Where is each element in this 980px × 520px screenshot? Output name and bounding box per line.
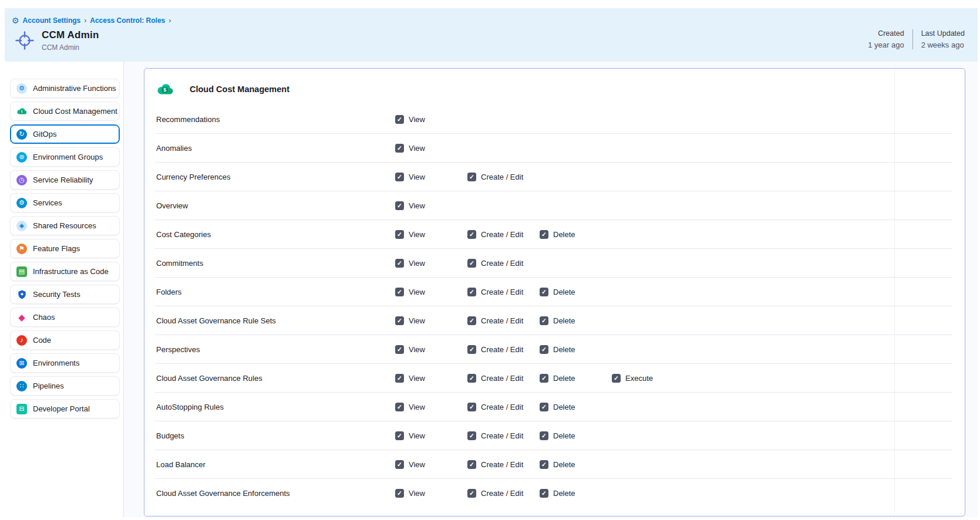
sidebar-item-code[interactable]: ♪Code xyxy=(10,330,120,350)
sidebar-item-label: Code xyxy=(33,336,51,345)
sidebar-item-service-reliability[interactable]: ◷Service Reliability xyxy=(10,170,120,190)
checkbox-view-checked[interactable]: ✓ xyxy=(395,374,404,383)
checkbox-view-checked[interactable]: ✓ xyxy=(395,489,404,498)
sidebar-item-security-tests[interactable]: Security Tests xyxy=(10,285,120,304)
checkbox-create-edit-checked[interactable]: ✓ xyxy=(467,431,476,440)
checkbox-view-checked[interactable]: ✓ xyxy=(395,115,404,124)
sidebar-item-services[interactable]: ⚙Services xyxy=(10,193,120,212)
checkbox-delete-checked[interactable]: ✓ xyxy=(540,460,548,469)
checkbox-delete-checked[interactable]: ✓ xyxy=(540,489,548,498)
svg-text:$: $ xyxy=(163,87,166,93)
checkbox-create-edit-checked[interactable]: ✓ xyxy=(467,345,476,354)
checkbox-create-edit-checked[interactable]: ✓ xyxy=(467,460,476,469)
permission-row: Commitments✓View✓Create / Edit xyxy=(144,249,965,277)
sidebar-item-label: GitOps xyxy=(33,130,56,139)
permission-row: Folders✓View✓Create / Edit✓Delete xyxy=(144,278,965,306)
checkbox-view-checked[interactable]: ✓ xyxy=(395,403,404,411)
checkbox-view-checked[interactable]: ✓ xyxy=(395,288,404,296)
checkbox-view-checked[interactable]: ✓ xyxy=(395,345,404,354)
checkbox-create-edit-checked[interactable]: ✓ xyxy=(467,316,476,325)
permission-create-edit: ✓Create / Edit xyxy=(467,288,540,296)
last-updated-label: Last Updated xyxy=(921,29,965,38)
permission-row: Anomalies✓View xyxy=(144,134,965,162)
sidebar-item-label: Environment Groups xyxy=(33,153,103,161)
permission-label: Delete xyxy=(553,460,575,469)
checkbox-view-checked[interactable]: ✓ xyxy=(395,173,404,181)
checkbox-view-checked[interactable]: ✓ xyxy=(395,201,404,210)
permission-view: ✓View xyxy=(395,201,467,210)
checkbox-create-edit-checked[interactable]: ✓ xyxy=(467,403,476,411)
checkbox-create-edit-checked[interactable]: ✓ xyxy=(467,288,476,296)
checkbox-create-edit-checked[interactable]: ✓ xyxy=(467,489,476,498)
permission-view: ✓View xyxy=(395,230,467,239)
permission-label: Delete xyxy=(553,403,575,411)
resource-name: Perspectives xyxy=(156,345,395,354)
sidebar-item-chaos[interactable]: ◆Chaos xyxy=(10,308,120,327)
checkbox-delete-checked[interactable]: ✓ xyxy=(540,345,548,354)
permission-label: View xyxy=(409,173,425,181)
checkbox-create-edit-checked[interactable]: ✓ xyxy=(467,230,476,239)
resource-name: Overview xyxy=(156,201,395,210)
permission-delete: ✓Delete xyxy=(540,345,612,354)
permission-create-edit: ✓Create / Edit xyxy=(467,230,540,239)
created-value: 1 year ago xyxy=(868,40,904,49)
sidebar-item-administrative-functions[interactable]: ⚙Administrative Functions xyxy=(10,79,120,98)
permission-execute: ✓Execute xyxy=(612,374,684,383)
resource-name: Commitments xyxy=(156,259,395,268)
permission-row: Load Balancer✓View✓Create / Edit✓Delete xyxy=(144,450,965,478)
checkbox-view-checked[interactable]: ✓ xyxy=(395,460,404,469)
permission-label: Create / Edit xyxy=(481,460,523,469)
permission-label: Delete xyxy=(553,316,575,325)
checkbox-delete-checked[interactable]: ✓ xyxy=(540,230,548,239)
permission-label: Create / Edit xyxy=(481,259,523,268)
permission-label: View xyxy=(409,374,425,383)
permission-view: ✓View xyxy=(395,316,467,325)
checkbox-view-checked[interactable]: ✓ xyxy=(395,259,404,268)
permission-label: View xyxy=(409,201,425,210)
permission-create-edit: ✓Create / Edit xyxy=(467,173,540,181)
checkbox-delete-checked[interactable]: ✓ xyxy=(540,431,548,440)
breadcrumb-link[interactable]: Account Settings xyxy=(23,16,81,25)
breadcrumb-link[interactable]: Access Control: Roles xyxy=(90,16,165,25)
page-subtitle: CCM Admin xyxy=(42,43,99,52)
sidebar-item-shared-resources[interactable]: ◈Shared Resources xyxy=(10,216,120,235)
checkbox-view-checked[interactable]: ✓ xyxy=(395,230,404,239)
sidebar-item-developer-portal[interactable]: ⊟Developer Portal xyxy=(10,399,120,418)
resource-name: Budgets xyxy=(156,431,395,440)
checkbox-view-checked[interactable]: ✓ xyxy=(395,431,404,440)
checkbox-execute-checked[interactable]: ✓ xyxy=(612,374,621,383)
sidebar-item-label: Shared Resources xyxy=(33,221,96,230)
sidebar-item-environments[interactable]: ⊞Environments xyxy=(10,353,120,373)
sidebar-item-feature-flags[interactable]: ⚑Feature Flags xyxy=(10,239,120,258)
developer-portal-icon: ⊟ xyxy=(16,404,27,414)
checkbox-create-edit-checked[interactable]: ✓ xyxy=(467,259,476,268)
sidebar-item-gitops[interactable]: ↻GitOps xyxy=(10,124,120,144)
permission-label: Create / Edit xyxy=(481,288,523,296)
checkbox-delete-checked[interactable]: ✓ xyxy=(540,403,548,411)
checkbox-delete-checked[interactable]: ✓ xyxy=(540,288,548,296)
breadcrumb-separator: › xyxy=(169,16,171,25)
checkbox-view-checked[interactable]: ✓ xyxy=(395,144,404,153)
resource-name: AutoStopping Rules xyxy=(156,403,395,411)
permission-label: Delete xyxy=(553,345,575,354)
permission-label: Create / Edit xyxy=(481,173,523,181)
checkbox-create-edit-checked[interactable]: ✓ xyxy=(467,374,476,383)
checkbox-view-checked[interactable]: ✓ xyxy=(395,316,404,325)
checkbox-delete-checked[interactable]: ✓ xyxy=(540,316,548,325)
cloud-dollar-icon: $ xyxy=(156,82,174,97)
checkbox-delete-checked[interactable]: ✓ xyxy=(540,374,548,383)
gitops-icon: ↻ xyxy=(16,129,27,140)
page-title: CCM Admin xyxy=(42,29,99,41)
resource-name: Folders xyxy=(156,288,395,296)
permission-view: ✓View xyxy=(395,115,467,124)
permission-create-edit: ✓Create / Edit xyxy=(467,345,540,354)
sidebar-item-environment-groups[interactable]: ⊛Environment Groups xyxy=(10,147,120,167)
permission-label: Create / Edit xyxy=(481,403,523,411)
sidebar-item-cloud-cost-management[interactable]: $Cloud Cost Management xyxy=(10,102,120,121)
sidebar-item-infrastructure-as-code[interactable]: ▤Infrastructure as Code xyxy=(10,262,120,281)
permission-view: ✓View xyxy=(395,288,467,296)
checkbox-create-edit-checked[interactable]: ✓ xyxy=(467,173,476,181)
permission-label: Delete xyxy=(553,374,575,383)
sidebar-item-pipelines[interactable]: ∷Pipelines xyxy=(10,376,120,396)
sidebar-item-label: Feature Flags xyxy=(33,244,80,253)
